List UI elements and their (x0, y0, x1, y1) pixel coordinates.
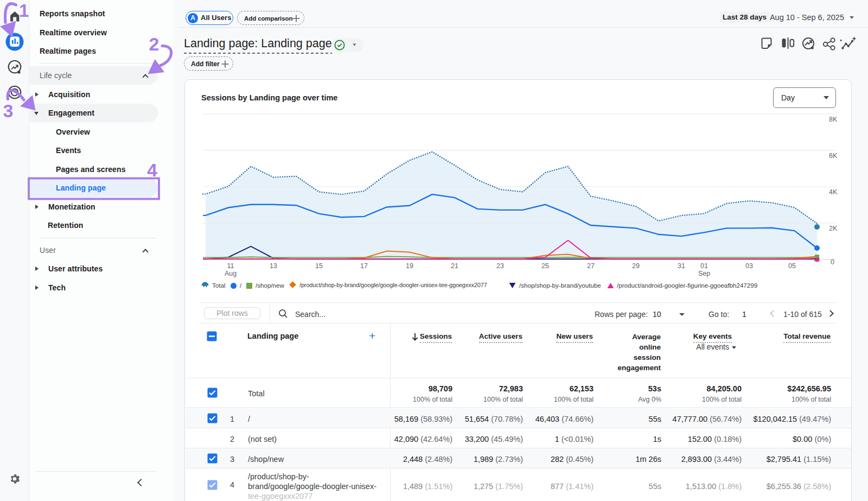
svg-text:8K: 8K (829, 116, 838, 123)
svg-text:Sep: Sep (698, 270, 710, 277)
svg-text:01: 01 (700, 262, 708, 270)
svg-text:25: 25 (541, 262, 549, 270)
svg-text:23: 23 (496, 262, 504, 270)
svg-text:13: 13 (270, 262, 277, 270)
svg-text:19: 19 (406, 262, 413, 270)
svg-text:27: 27 (587, 262, 595, 270)
svg-text:0: 0 (831, 258, 834, 266)
svg-text:05: 05 (788, 262, 796, 270)
svg-text:Aug: Aug (225, 270, 237, 277)
svg-text:29: 29 (632, 262, 640, 270)
svg-text:17: 17 (360, 262, 368, 270)
svg-text:11: 11 (227, 262, 234, 270)
svg-text:03: 03 (745, 262, 753, 270)
svg-text:6K: 6K (829, 152, 838, 160)
svg-text:31: 31 (678, 262, 685, 270)
svg-text:15: 15 (315, 262, 323, 270)
svg-text:2K: 2K (829, 225, 838, 232)
svg-text:4K: 4K (829, 188, 838, 196)
svg-text:21: 21 (451, 262, 458, 270)
